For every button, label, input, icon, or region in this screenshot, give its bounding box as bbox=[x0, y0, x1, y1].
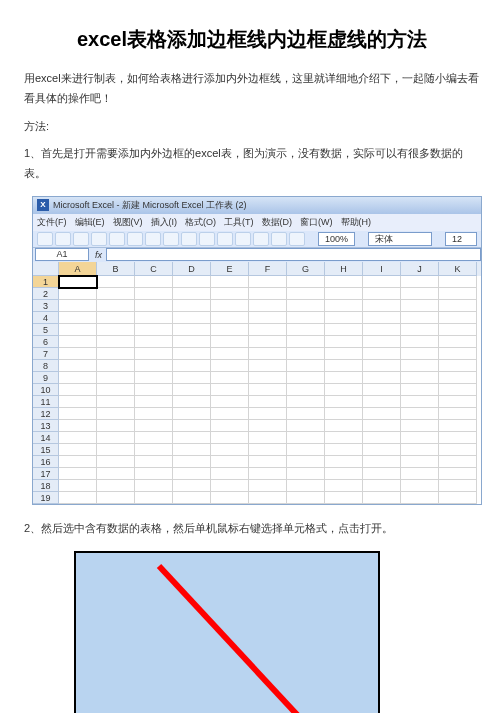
cell[interactable] bbox=[363, 396, 401, 408]
cell[interactable] bbox=[211, 360, 249, 372]
cell[interactable] bbox=[363, 300, 401, 312]
cell[interactable] bbox=[249, 492, 287, 504]
cell[interactable] bbox=[173, 312, 211, 324]
toolbar-button[interactable] bbox=[55, 232, 71, 246]
row-header[interactable]: 16 bbox=[33, 456, 59, 468]
col-header-J[interactable]: J bbox=[401, 262, 439, 276]
cell[interactable] bbox=[59, 372, 97, 384]
cell[interactable] bbox=[325, 432, 363, 444]
cell[interactable] bbox=[439, 432, 477, 444]
toolbar-button[interactable] bbox=[109, 232, 125, 246]
cell[interactable] bbox=[363, 372, 401, 384]
menu-data[interactable]: 数据(D) bbox=[262, 216, 293, 229]
cell[interactable] bbox=[249, 384, 287, 396]
cell[interactable] bbox=[211, 300, 249, 312]
cell[interactable] bbox=[211, 444, 249, 456]
cell[interactable] bbox=[135, 288, 173, 300]
sheet-grid[interactable]: A B C D E F G H I J K 123456789101112131… bbox=[33, 262, 481, 504]
cell[interactable] bbox=[249, 324, 287, 336]
cell[interactable] bbox=[439, 336, 477, 348]
cell[interactable] bbox=[249, 372, 287, 384]
toolbar-button[interactable] bbox=[145, 232, 161, 246]
cell[interactable] bbox=[249, 420, 287, 432]
cell[interactable] bbox=[97, 384, 135, 396]
cell[interactable] bbox=[211, 324, 249, 336]
cell[interactable] bbox=[249, 276, 287, 288]
cell[interactable] bbox=[59, 276, 97, 288]
cell[interactable] bbox=[59, 468, 97, 480]
cell[interactable] bbox=[439, 384, 477, 396]
cell[interactable] bbox=[97, 288, 135, 300]
cell[interactable] bbox=[97, 336, 135, 348]
font-size-box[interactable]: 12 bbox=[445, 232, 477, 246]
col-header-F[interactable]: F bbox=[249, 262, 287, 276]
cell[interactable] bbox=[135, 276, 173, 288]
cell[interactable] bbox=[325, 312, 363, 324]
cell[interactable] bbox=[173, 468, 211, 480]
toolbar-button[interactable] bbox=[235, 232, 251, 246]
cell[interactable] bbox=[363, 348, 401, 360]
cell[interactable] bbox=[363, 288, 401, 300]
cell[interactable] bbox=[287, 324, 325, 336]
cell[interactable] bbox=[439, 312, 477, 324]
cell[interactable] bbox=[211, 480, 249, 492]
cell[interactable] bbox=[173, 420, 211, 432]
row-header[interactable]: 17 bbox=[33, 468, 59, 480]
cell[interactable] bbox=[59, 288, 97, 300]
cell[interactable] bbox=[97, 396, 135, 408]
cell[interactable] bbox=[325, 276, 363, 288]
cell[interactable] bbox=[401, 288, 439, 300]
col-header-A[interactable]: A bbox=[59, 262, 97, 276]
row-header[interactable]: 9 bbox=[33, 372, 59, 384]
cell[interactable] bbox=[363, 432, 401, 444]
cell[interactable] bbox=[325, 348, 363, 360]
cell[interactable] bbox=[363, 360, 401, 372]
cell[interactable] bbox=[97, 444, 135, 456]
cell[interactable] bbox=[135, 468, 173, 480]
cell[interactable] bbox=[59, 312, 97, 324]
menu-tools[interactable]: 工具(T) bbox=[224, 216, 254, 229]
cell[interactable] bbox=[363, 336, 401, 348]
cell[interactable] bbox=[173, 276, 211, 288]
cell[interactable] bbox=[173, 336, 211, 348]
cell[interactable] bbox=[97, 372, 135, 384]
cell[interactable] bbox=[135, 432, 173, 444]
cell[interactable] bbox=[97, 276, 135, 288]
cell[interactable] bbox=[287, 432, 325, 444]
row-header[interactable]: 13 bbox=[33, 420, 59, 432]
row-header[interactable]: 14 bbox=[33, 432, 59, 444]
cell[interactable] bbox=[363, 444, 401, 456]
cell[interactable] bbox=[287, 456, 325, 468]
cell[interactable] bbox=[439, 408, 477, 420]
cell[interactable] bbox=[401, 420, 439, 432]
toolbar-button[interactable] bbox=[73, 232, 89, 246]
cell[interactable] bbox=[325, 336, 363, 348]
cell[interactable] bbox=[325, 396, 363, 408]
formula-bar[interactable] bbox=[106, 248, 481, 261]
zoom-box[interactable]: 100% bbox=[318, 232, 355, 246]
cell[interactable] bbox=[173, 480, 211, 492]
row-header[interactable]: 5 bbox=[33, 324, 59, 336]
cell[interactable] bbox=[249, 408, 287, 420]
cell[interactable] bbox=[363, 324, 401, 336]
cell[interactable] bbox=[59, 348, 97, 360]
cell[interactable] bbox=[211, 420, 249, 432]
cell[interactable] bbox=[249, 348, 287, 360]
cell[interactable] bbox=[173, 444, 211, 456]
row-header[interactable]: 19 bbox=[33, 492, 59, 504]
cell[interactable] bbox=[439, 288, 477, 300]
cell[interactable] bbox=[211, 432, 249, 444]
cell[interactable] bbox=[59, 432, 97, 444]
selected-range[interactable] bbox=[74, 551, 380, 713]
col-header-K[interactable]: K bbox=[439, 262, 477, 276]
cell[interactable] bbox=[363, 408, 401, 420]
cell[interactable] bbox=[135, 480, 173, 492]
cell[interactable] bbox=[287, 360, 325, 372]
cell[interactable] bbox=[211, 384, 249, 396]
cell[interactable] bbox=[59, 444, 97, 456]
cell[interactable] bbox=[325, 372, 363, 384]
menu-edit[interactable]: 编辑(E) bbox=[75, 216, 105, 229]
row-header[interactable]: 11 bbox=[33, 396, 59, 408]
cell[interactable] bbox=[287, 492, 325, 504]
cell[interactable] bbox=[363, 312, 401, 324]
